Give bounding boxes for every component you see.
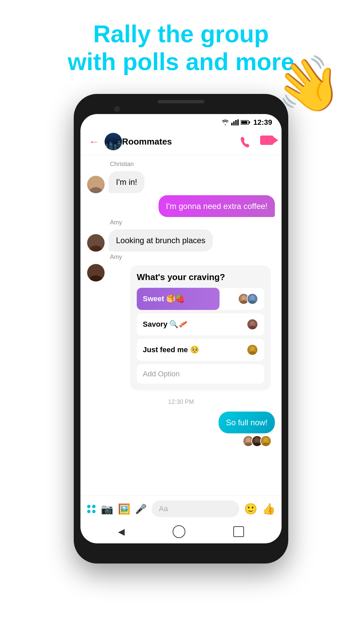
battery-icon bbox=[241, 120, 250, 125]
svg-point-31 bbox=[249, 326, 256, 330]
svg-point-20 bbox=[92, 178, 100, 187]
poll-question: What's your craving? bbox=[137, 272, 264, 282]
svg-point-24 bbox=[92, 266, 100, 275]
phone-camera bbox=[114, 106, 120, 112]
svg-point-25 bbox=[90, 275, 102, 281]
status-time: 12:39 bbox=[253, 118, 272, 127]
svg-rect-17 bbox=[115, 145, 115, 146]
poll-voters-savory bbox=[249, 319, 258, 330]
svg-point-28 bbox=[250, 295, 255, 300]
header-actions bbox=[239, 136, 274, 148]
svg-rect-8 bbox=[106, 144, 107, 145]
hero-title-line1: Rally the group bbox=[0, 20, 362, 48]
message-input[interactable]: Aa bbox=[152, 500, 239, 517]
poll-option-label-savory: Savory 🔍🥓 bbox=[143, 320, 188, 329]
svg-point-22 bbox=[92, 236, 100, 245]
avatar-amy1 bbox=[87, 234, 105, 252]
bubble-sofull: So full now! bbox=[219, 412, 275, 434]
nav-home-button[interactable] bbox=[173, 525, 185, 538]
svg-point-39 bbox=[262, 443, 269, 447]
phone-speaker bbox=[158, 100, 204, 103]
group-avatar bbox=[105, 133, 122, 150]
svg-point-38 bbox=[263, 438, 268, 442]
poll-voters-sweet bbox=[241, 293, 258, 305]
svg-rect-6 bbox=[241, 121, 247, 124]
svg-rect-19 bbox=[119, 143, 120, 144]
home-bar: ◀ bbox=[80, 522, 282, 543]
svg-rect-1 bbox=[233, 121, 235, 125]
svg-point-21 bbox=[90, 187, 102, 193]
bubble-outgoing1: I'm gonna need extra coffee! bbox=[159, 195, 275, 217]
sender-name-amy1: Amy bbox=[110, 219, 275, 226]
svg-point-37 bbox=[253, 443, 260, 447]
nav-back-button[interactable]: ◀ bbox=[118, 527, 125, 537]
svg-rect-9 bbox=[109, 143, 113, 150]
wave-emoji: 👋 bbox=[270, 48, 347, 122]
svg-point-27 bbox=[240, 300, 247, 305]
svg-rect-15 bbox=[110, 144, 111, 145]
svg-point-23 bbox=[90, 246, 102, 252]
poll-option-feedme[interactable]: Just feed me 🥺 bbox=[137, 339, 264, 361]
like-button[interactable]: 👍 bbox=[262, 502, 276, 515]
svg-rect-16 bbox=[111, 144, 112, 145]
poll-option-savory[interactable]: Savory 🔍🥓 bbox=[137, 313, 264, 335]
poll-option-label-sweet: Sweet 🥞🍓 bbox=[143, 294, 184, 303]
group-name: Roommates bbox=[122, 137, 239, 147]
video-call-icon[interactable] bbox=[260, 136, 274, 145]
svg-point-35 bbox=[245, 443, 252, 447]
camera-icon[interactable]: 📷 bbox=[101, 503, 113, 515]
bubble-amy-brunch: Looking at brunch places bbox=[109, 229, 213, 252]
sender-name-amy2: Amy bbox=[110, 254, 275, 261]
svg-rect-2 bbox=[235, 120, 237, 125]
seen-avatars-row bbox=[87, 435, 272, 447]
timestamp: 12:30 PM bbox=[87, 398, 275, 406]
svg-rect-11 bbox=[114, 144, 117, 150]
apps-icon[interactable] bbox=[86, 504, 96, 514]
svg-rect-14 bbox=[106, 146, 107, 147]
bubble-christian: I'm in! bbox=[109, 171, 144, 193]
messages-area: Christian I'm in! I'm gonna need extra c… bbox=[80, 155, 282, 495]
svg-point-26 bbox=[241, 295, 246, 300]
wifi-icon bbox=[221, 119, 229, 125]
add-option-field[interactable]: Add Option bbox=[137, 364, 264, 384]
svg-point-36 bbox=[255, 438, 259, 442]
message-row-outgoing1: I'm gonna need extra coffee! bbox=[87, 195, 275, 217]
svg-rect-10 bbox=[110, 142, 111, 143]
call-icon[interactable] bbox=[239, 136, 251, 148]
svg-rect-13 bbox=[118, 141, 120, 142]
phone-frame: 12:39 ← bbox=[74, 94, 288, 564]
emoji-button[interactable]: 🙂 bbox=[244, 502, 257, 515]
message-row-amy1: Looking at brunch places bbox=[87, 229, 275, 252]
svg-point-33 bbox=[249, 351, 256, 356]
nav-recents-button[interactable] bbox=[233, 526, 244, 537]
chat-header: ← bbox=[80, 128, 282, 155]
avatar-christian bbox=[87, 176, 105, 193]
photo-icon[interactable]: 🖼️ bbox=[118, 503, 130, 515]
poll-voters-feedme bbox=[249, 344, 258, 356]
poll-option-sweet[interactable]: Sweet 🥞🍓 bbox=[137, 288, 264, 310]
svg-point-29 bbox=[249, 300, 256, 305]
svg-rect-18 bbox=[118, 143, 119, 144]
avatar-amy2 bbox=[87, 264, 105, 281]
status-bar: 12:39 bbox=[80, 114, 282, 128]
message-row-christian: I'm in! bbox=[87, 171, 275, 193]
sender-name-christian: Christian bbox=[110, 161, 275, 168]
signal-icon bbox=[231, 119, 239, 125]
message-row-outgoing2: So full now! bbox=[87, 412, 275, 434]
poll-option-label-feedme: Just feed me 🥺 bbox=[143, 345, 199, 354]
svg-point-32 bbox=[250, 346, 255, 351]
svg-rect-5 bbox=[249, 121, 250, 123]
back-button[interactable]: ← bbox=[88, 136, 99, 148]
phone-screen: 12:39 ← bbox=[80, 114, 282, 543]
svg-point-30 bbox=[250, 321, 255, 325]
svg-rect-3 bbox=[237, 119, 239, 125]
svg-point-34 bbox=[246, 438, 251, 442]
status-icons bbox=[221, 119, 250, 125]
poll-card: What's your craving? Sweet 🥞🍓 bbox=[130, 265, 271, 390]
input-bar: 📷 🖼️ 🎤 Aa 🙂 👍 bbox=[80, 495, 282, 522]
mic-icon[interactable]: 🎤 bbox=[135, 503, 147, 515]
svg-rect-0 bbox=[231, 123, 233, 125]
